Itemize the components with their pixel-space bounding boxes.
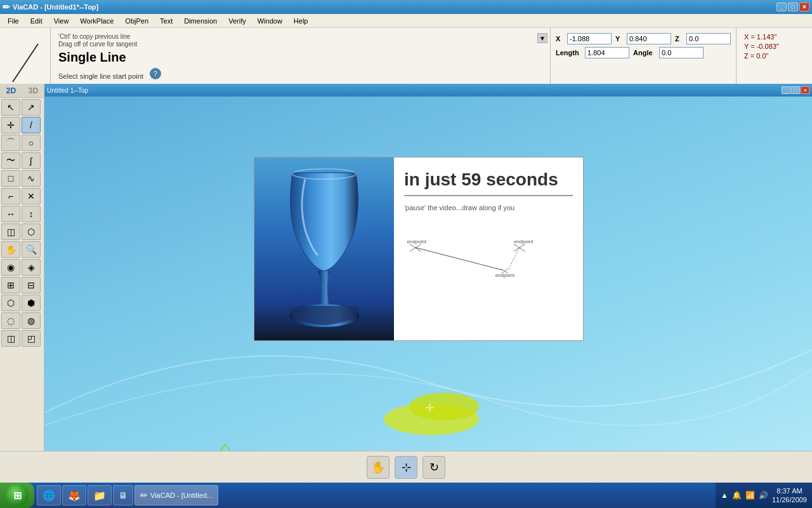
menu-verify[interactable]: Verify [223, 16, 251, 26]
trim-tool-btn[interactable]: ⌐ [1, 188, 20, 204]
title-bar: ✏ ViaCAD - [Untitled1*--Top] _ □ ✕ [0, 0, 812, 14]
svg-text:endpoint: endpoint [514, 238, 534, 244]
menu-view[interactable]: View [49, 16, 74, 26]
move-tool-btn[interactable]: ✛ [1, 117, 20, 133]
x-label: X [556, 35, 563, 43]
extrude-tool-btn1[interactable]: ◉ [1, 259, 20, 276]
menu-text[interactable]: Text [155, 16, 178, 26]
svg-point-12 [409, 392, 479, 420]
extrude-tool-btn2[interactable]: ◈ [22, 259, 41, 276]
maximize-button[interactable]: □ [788, 3, 798, 11]
coord-dropdown-btn[interactable]: ▼ [537, 33, 547, 43]
tool-row-dim: ↔ ↕ [1, 206, 43, 222]
zoom-tool-btn[interactable]: 🔍 [22, 241, 41, 258]
curve-tool-btn[interactable]: 〜 [1, 152, 20, 169]
tool-row-move: ✛ / [1, 117, 43, 133]
select2-tool-btn[interactable]: ↗ [22, 99, 41, 116]
minimize-button[interactable]: _ [776, 3, 787, 11]
menu-workplace[interactable]: WorkPlace [75, 16, 119, 26]
length-label: Length [556, 49, 581, 57]
spline-tool-btn[interactable]: ∫ [22, 152, 41, 169]
2d-mode-btn[interactable]: 2D [0, 84, 22, 97]
3d-mode-btn[interactable]: 3D [22, 84, 44, 97]
system-clock[interactable]: 8:37 AM 11/26/2009 [772, 486, 807, 505]
help-button[interactable]: ? [150, 68, 161, 79]
video-overlay: in just 59 seconds 'pause' the video...d… [254, 157, 584, 341]
start-orb: ⊞ [6, 484, 29, 507]
pan-tool-btn[interactable]: ✋ [1, 241, 20, 258]
mdi-window-title: Untitled 1--Top [47, 87, 782, 94]
explorer-icon: 📁 [93, 490, 106, 502]
endpoint-diagram-svg: endpoint endpoint endpoint [404, 217, 573, 286]
left-toolbar: ↖ ↗ ✛ / ⌒ ○ 〜 ∫ □ ∿ ⌐ ✕ ↔ ↕ [0, 98, 44, 457]
close-button[interactable]: ✕ [799, 3, 809, 11]
mdi-maximize-btn[interactable]: □ [791, 86, 800, 94]
svg-point-11 [384, 403, 479, 435]
bottom-crosshair-tool[interactable]: ⊹ [395, 456, 417, 479]
taskbar-desktop[interactable]: 🖥 [113, 485, 133, 505]
app-icon: ✏ [3, 2, 10, 12]
tool-hint-2: Drag off of curve for tangent [58, 41, 530, 48]
taskbar-firefox[interactable]: 🦊 [62, 485, 86, 505]
tool-row-rect: □ ∿ [1, 170, 43, 187]
bottom-hand-tool[interactable]: ✋ [367, 456, 390, 479]
clock-date: 11/26/2009 [772, 495, 807, 504]
line-tool-btn[interactable]: / [22, 117, 41, 133]
desktop-icon: 🖥 [119, 490, 128, 500]
tool-row-3d: ◫ ⬡ [1, 224, 43, 240]
windows-logo: ⊞ [13, 490, 22, 502]
extra-tool-btn1[interactable]: ◌ [1, 312, 20, 329]
extra-tool-btn2[interactable]: ◍ [22, 312, 41, 329]
z-input[interactable] [686, 33, 731, 44]
video-left-panel [254, 157, 394, 340]
svg-line-10 [13, 44, 38, 82]
firefox-taskbar-icon: 🦊 [68, 490, 81, 502]
bottom-refresh-tool[interactable]: ↻ [422, 456, 445, 479]
taskbar-ie[interactable]: 🌐 [37, 485, 61, 505]
taskbar-explorer[interactable]: 📁 [88, 485, 112, 505]
circle-tool-btn[interactable]: ○ [22, 135, 41, 151]
bool-tool-btn2[interactable]: ⊟ [22, 277, 41, 293]
tool-row-arc: ⌒ ○ [1, 135, 43, 151]
dim2-tool-btn[interactable]: ↕ [22, 206, 41, 222]
extra-tool-btn3[interactable]: ◫ [1, 330, 20, 347]
dim-tool-btn[interactable]: ↔ [1, 206, 20, 222]
extend-tool-btn[interactable]: ✕ [22, 188, 41, 204]
y-label: Y [615, 35, 623, 43]
canvas-area[interactable]: ✛ [44, 97, 812, 451]
angle-input[interactable] [659, 47, 704, 58]
mdi-minimize-btn[interactable]: _ [782, 86, 790, 94]
tool-row-extra1: ◌ ◍ [1, 312, 43, 329]
tool-hint-1: 'Ctrl' to copy previous line [58, 33, 530, 40]
mdi-close-btn[interactable]: ✕ [801, 86, 809, 94]
solid-tool-btn2[interactable]: ⬢ [22, 295, 41, 311]
menu-dimension[interactable]: Dimension [179, 16, 222, 26]
extra-tool-btn4[interactable]: ◰ [22, 330, 41, 347]
tool-title: Single Line [58, 50, 530, 65]
menu-edit[interactable]: Edit [25, 16, 48, 26]
polygon-tool-btn[interactable]: ∿ [22, 170, 41, 187]
select-tool-btn[interactable]: ↖ [1, 99, 20, 116]
menu-file[interactable]: File [3, 16, 24, 26]
tool-row-extrude: ◉ ◈ [1, 259, 43, 276]
start-button[interactable]: ⊞ [0, 483, 34, 508]
3d-tool-btn1[interactable]: ◫ [1, 224, 20, 240]
svg-line-22 [416, 248, 502, 270]
3d-tool-btn2[interactable]: ⬡ [22, 224, 41, 240]
tray-volume-icon: 🔊 [759, 491, 768, 500]
length-input[interactable] [585, 47, 629, 58]
tool-select-msg: Select single line start point [58, 72, 143, 80]
menu-help[interactable]: Help [289, 16, 313, 26]
taskbar-viacad[interactable]: ✏ ViaCAD - [Untitled... [134, 485, 218, 505]
title-bar-buttons: _ □ ✕ [776, 3, 809, 11]
x-input[interactable] [567, 33, 612, 44]
tool-row-extra2: ◫ ◰ [1, 330, 43, 347]
solid-tool-btn1[interactable]: ⬡ [1, 295, 20, 311]
menu-objpen[interactable]: ObjPen [120, 16, 154, 26]
tray-notify-icon: 🔔 [732, 491, 742, 500]
rect-tool-btn[interactable]: □ [1, 170, 20, 187]
arc-tool-btn[interactable]: ⌒ [1, 135, 20, 151]
menu-window[interactable]: Window [252, 16, 287, 26]
bool-tool-btn1[interactable]: ⊞ [1, 277, 20, 293]
y-input[interactable] [627, 33, 671, 44]
